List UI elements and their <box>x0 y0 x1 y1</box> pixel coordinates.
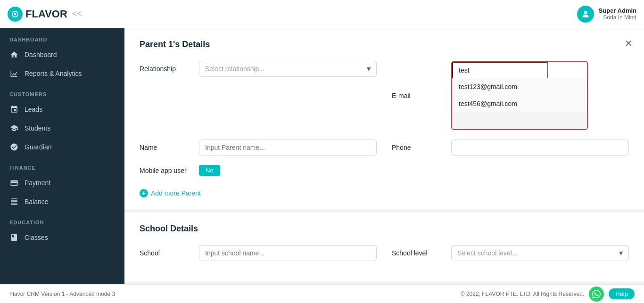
sidebar-item-guardian[interactable]: Guardian <box>0 138 124 156</box>
footer: Flavor CRM Version 1 - Advanced mode 3 ©… <box>0 284 644 303</box>
collapse-button[interactable]: << <box>72 9 82 19</box>
header-right: Super Admin Soda In Mind <box>577 6 636 23</box>
payment-icon <box>9 178 19 188</box>
students-icon <box>9 123 19 133</box>
mobile-app-label: Mobile app user <box>140 167 191 174</box>
sidebar-section-education: EDUCATION <box>0 211 124 228</box>
version-text: Flavor CRM Version 1 - Advanced mode 3 <box>9 291 115 297</box>
email-suggestion-spacer <box>452 112 587 129</box>
email-suggestion-1[interactable]: test123@gmail.com <box>452 78 587 95</box>
help-button[interactable]: Help <box>609 288 635 299</box>
logo-text: FLAVOR <box>25 8 67 20</box>
sidebar-item-students[interactable]: Students <box>0 119 124 138</box>
avatar-icon <box>581 9 590 19</box>
sidebar-item-classes[interactable]: Classes <box>0 228 124 247</box>
header-left: FLAVOR << <box>8 7 82 22</box>
sidebar: DASHBOARD Dashboard Reports & Analytics … <box>0 28 124 284</box>
school-level-label: School level <box>392 249 444 257</box>
email-dropdown-box: test123@gmail.com test456@gmail.com <box>451 61 588 130</box>
email-label: E-mail <box>392 92 444 99</box>
svg-point-1 <box>14 13 17 15</box>
user-info: Super Admin Soda In Mind <box>599 7 636 21</box>
sidebar-item-payment[interactable]: Payment <box>0 173 124 192</box>
mobile-app-field: Mobile app user No <box>140 165 377 176</box>
guardian-icon <box>9 142 19 152</box>
leads-icon <box>9 105 19 114</box>
add-more-label: Add more Parent <box>151 189 201 197</box>
sidebar-label-balance: Balance <box>25 198 49 205</box>
main-content: Parent 1's Details ✕ Relationship Select… <box>124 28 644 284</box>
logo: FLAVOR <box>8 7 67 22</box>
plus-circle-icon: + <box>140 189 148 197</box>
parent-section-title: Parent 1's Details <box>140 40 629 49</box>
relationship-label: Relationship <box>140 65 191 73</box>
sidebar-section-dashboard: DASHBOARD <box>0 28 124 45</box>
email-input[interactable] <box>452 62 548 78</box>
name-field: Name <box>140 139 377 156</box>
school-level-select[interactable]: Select school level... <box>451 245 629 261</box>
name-input[interactable] <box>199 139 377 156</box>
mobile-app-toggle[interactable]: No <box>199 165 220 176</box>
chart-icon <box>9 69 19 78</box>
sidebar-label-payment: Payment <box>25 179 50 187</box>
balance-icon <box>9 197 19 206</box>
copyright-text: © 2022, FLAVOR PTE. LTD. All Rights Rese… <box>461 291 585 297</box>
logo-svg <box>11 10 19 18</box>
classes-icon <box>9 233 19 242</box>
school-label: School <box>140 249 191 257</box>
user-avatar <box>577 6 594 23</box>
sidebar-item-balance[interactable]: Balance <box>0 192 124 211</box>
school-level-field: School level Select school level... ▼ <box>392 245 629 261</box>
relationship-field: Relationship Select relationship... ▼ <box>140 61 377 77</box>
form-row-2: Name Phone <box>140 139 629 156</box>
close-button[interactable]: ✕ <box>625 38 633 49</box>
sidebar-label-dashboard: Dashboard <box>25 51 57 58</box>
school-section-title: School Details <box>140 224 629 234</box>
add-more-parent-button[interactable]: + Add more Parent <box>140 189 201 197</box>
sidebar-label-classes: Classes <box>25 234 48 241</box>
sidebar-section-finance: FINANCE <box>0 156 124 173</box>
form-row-3: Mobile app user No <box>140 165 629 176</box>
footer-right: © 2022, FLAVOR PTE. LTD. All Rights Rese… <box>461 287 635 302</box>
form-row-1: Relationship Select relationship... ▼ E-… <box>140 61 629 130</box>
email-suggestion-2[interactable]: test456@gmail.com <box>452 95 587 112</box>
phone-field: Phone <box>392 139 629 156</box>
parent-section: Parent 1's Details ✕ Relationship Select… <box>124 28 644 213</box>
sidebar-item-reports[interactable]: Reports & Analytics <box>0 64 124 83</box>
name-label: Name <box>140 144 191 151</box>
email-field-group: E-mail test123@gmail.com test456@gmail.c… <box>392 61 629 130</box>
school-form-row: School School level Select school level.… <box>140 245 629 261</box>
school-section: School Details School School level Selec… <box>124 213 644 282</box>
sidebar-label-students: Students <box>25 124 50 132</box>
svg-point-2 <box>584 11 587 14</box>
relationship-select-wrapper: Select relationship... ▼ <box>199 61 377 77</box>
header: FLAVOR << Super Admin Soda In Mind <box>0 0 644 28</box>
school-input[interactable] <box>199 245 377 261</box>
sidebar-item-dashboard[interactable]: Dashboard <box>0 45 124 64</box>
user-org: Soda In Mind <box>599 14 636 21</box>
school-level-select-wrapper: Select school level... ▼ <box>451 245 629 261</box>
sidebar-label-reports: Reports & Analytics <box>25 70 82 77</box>
sidebar-label-guardian: Guardian <box>25 143 52 151</box>
relationship-select[interactable]: Select relationship... <box>199 61 377 77</box>
body: DASHBOARD Dashboard Reports & Analytics … <box>0 28 644 284</box>
phone-label: Phone <box>392 144 444 151</box>
school-name-field: School <box>140 245 377 261</box>
logo-icon <box>8 7 23 22</box>
user-name: Super Admin <box>599 7 636 14</box>
sidebar-item-leads[interactable]: Leads <box>0 100 124 119</box>
home-icon <box>9 50 19 59</box>
whatsapp-button[interactable] <box>589 287 604 302</box>
sidebar-label-leads: Leads <box>25 106 42 113</box>
phone-input[interactable] <box>451 139 629 156</box>
whatsapp-icon <box>592 290 601 298</box>
sidebar-section-customers: CUSTOMERS <box>0 83 124 100</box>
